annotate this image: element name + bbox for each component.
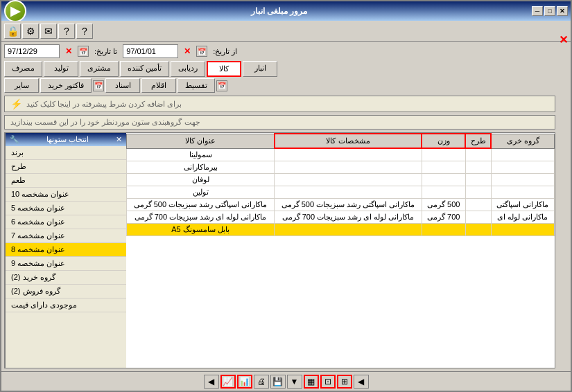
side-panel-item[interactable]: عنوان مشخصه 5 (6, 202, 126, 215)
tab-anbar[interactable]: انبار (243, 61, 277, 77)
filter-icon: ⚡ (10, 98, 22, 109)
status-btn-prev[interactable]: ◀ (354, 375, 369, 389)
filter-bar[interactable]: برای اضافه کردن شرط پیشرفته در اینجا کلی… (4, 96, 555, 112)
col-name: عنوان کالا (127, 134, 275, 148)
side-panel-item[interactable]: گروه فروش (2) (6, 285, 126, 299)
side-panel-item[interactable]: عنوان مشخصه 7 (6, 229, 126, 243)
col-weight: وزن (422, 134, 465, 148)
side-panel-item[interactable]: برند (6, 146, 126, 160)
table-row[interactable]: بابل سامسونگ A5 (127, 223, 555, 235)
tab-aqlam[interactable]: اقلام (141, 78, 176, 93)
status-btn-print[interactable]: 🖨 (254, 375, 269, 389)
date-row: از تاریخ: 📅 ✕ 97/01/01 تا تاریخ: 📅 ✕ 97/… (4, 44, 555, 58)
tab-sayer[interactable]: سایر (4, 78, 39, 93)
to-date-label: تا تاریخ: (94, 47, 117, 56)
from-date-value: 97/01/01 (126, 47, 156, 55)
tab-moshtari[interactable]: مشتری (80, 61, 119, 77)
tab-radyabi[interactable]: ردیابی (171, 61, 205, 77)
table-row[interactable]: ماکارانی لوله ای700 گرمیماکارانی لوله ای… (127, 211, 555, 223)
tab-asnad[interactable]: اسناد (105, 78, 140, 93)
side-panel-item[interactable]: گروه خرید (2) (6, 271, 126, 285)
side-panel-list: برندطرحطعمعنوان مشخصه 10عنوان مشخصه 5عنو… (6, 146, 126, 368)
status-btn-next[interactable]: ◀ (204, 375, 219, 389)
data-table: گروه خری طرح وزن مشخصات کالا عنوان کالا … (126, 133, 555, 236)
tab-faktur[interactable]: فاکتور خرید (40, 78, 92, 93)
table-row[interactable]: سمولینا (127, 148, 555, 161)
window-title: مرور مبلغی انبار (26, 6, 532, 16)
status-bar: ◀ ⊞ ⊡ ▦ ▼ 💾 🖨 📊 📈 ◀ (1, 371, 571, 391)
sort-area: جهت گروهبندی ستون موردنظر خود را در این … (4, 115, 555, 130)
col-design: طرح (465, 134, 491, 148)
tabs-row-2: سایر 📅 فاکتور خرید اسناد اقلام 📅 تقسیط (4, 78, 555, 93)
side-panel-title: انتخاب ستونها (46, 135, 89, 144)
toolbar: ? ? ✉ ⚙ 🔒 (1, 21, 571, 42)
from-date-field[interactable]: 97/01/01 (123, 44, 178, 58)
maximize-button[interactable]: □ (544, 6, 555, 16)
side-panel-item[interactable]: موجودی دارای قیمت (6, 299, 126, 312)
tab-tamin[interactable]: تأمین کننده (120, 61, 169, 77)
main-area: گروه خری طرح وزن مشخصات کالا عنوان کالا … (4, 132, 555, 368)
col-group: گروه خری (491, 134, 554, 148)
side-panel: ✕ انتخاب ستونها 🔧 برندطرحطعمعنوان مشخصه … (5, 133, 126, 368)
status-btn-export[interactable]: 📊 (237, 375, 252, 389)
title-bar: ✕ □ ─ مرور مبلغی انبار ▶ (1, 1, 571, 21)
taqsit-icon[interactable]: 📅 (216, 80, 227, 91)
table-row[interactable]: بیرماکارانی (127, 161, 555, 173)
tab-masraf[interactable]: مصرف (4, 61, 42, 77)
from-date-label: از تاریخ: (213, 47, 237, 56)
to-date-field[interactable]: 97/12/29 (4, 44, 60, 58)
status-btn-save[interactable]: 💾 (270, 375, 286, 389)
toolbar-btn-5[interactable]: 🔒 (4, 24, 21, 39)
to-date-clear-btn[interactable]: ✕ (65, 46, 72, 56)
table-row[interactable]: ماکارانی اسپاگتی500 گرمیماکارانی اسپاگتی… (127, 198, 555, 211)
table-row[interactable]: تولین (127, 186, 555, 198)
status-btn-grid1[interactable]: ⊞ (337, 375, 352, 389)
table-container: گروه خری طرح وزن مشخصات کالا عنوان کالا … (126, 133, 555, 368)
side-panel-item[interactable]: عنوان مشخصه 10 (6, 188, 126, 202)
side-panel-item[interactable]: عنوان مشخصه 6 (6, 215, 126, 229)
faktur-icon[interactable]: 📅 (93, 80, 104, 91)
side-panel-header: ✕ انتخاب ستونها 🔧 (6, 133, 126, 146)
from-date-clear-btn[interactable]: ✕ (184, 46, 191, 56)
tab-tolid[interactable]: تولید (44, 61, 78, 77)
sort-hint-text: جهت گروهبندی ستون موردنظر خود را در این … (10, 118, 200, 127)
main-window: ✕ □ ─ مرور مبلغی انبار ▶ ? ? ✉ ⚙ 🔒 ✕ از … (0, 0, 572, 392)
to-date-value: 97/12/29 (8, 47, 37, 55)
to-date-calendar-icon[interactable]: 📅 (78, 46, 89, 57)
tabs-row-1: مصرف تولید مشتری تأمین کننده ردیابی کالا… (4, 61, 555, 77)
side-panel-close-btn[interactable]: ✕ (116, 135, 122, 144)
toolbar-btn-4[interactable]: ⚙ (22, 24, 39, 39)
col-specs: مشخصات کالا (275, 134, 422, 148)
minimize-button[interactable]: ─ (532, 6, 543, 16)
status-dropdown[interactable]: ▼ (287, 375, 302, 389)
title-bar-controls: ✕ □ ─ (532, 6, 568, 16)
status-btn-chart[interactable]: 📈 (220, 375, 236, 389)
toolbar-btn-2[interactable]: ? (58, 24, 75, 39)
status-btn-grid2[interactable]: ⊡ (320, 375, 336, 389)
tab-taqsit[interactable]: تقسیط (177, 78, 215, 93)
side-panel-item[interactable]: طرح (6, 160, 126, 174)
app-logo: ▶ (4, 0, 26, 22)
toolbar-btn-1[interactable]: ? (76, 24, 93, 39)
tab-kala[interactable]: کالا (207, 61, 241, 77)
side-panel-item[interactable]: طعم (6, 174, 126, 188)
side-panel-item[interactable]: عنوان مشخصه 9 (6, 257, 126, 271)
from-date-calendar-icon[interactable]: 📅 (196, 46, 207, 57)
side-panel-icon: 🔧 (10, 135, 19, 144)
content-area: از تاریخ: 📅 ✕ 97/01/01 تا تاریخ: 📅 ✕ 97/… (1, 42, 571, 371)
status-btn-grid3[interactable]: ▦ (304, 375, 319, 389)
toolbar-btn-3[interactable]: ✉ (40, 24, 57, 39)
table-row[interactable]: لوفان (127, 173, 555, 186)
filter-hint-text: برای اضافه کردن شرط پیشرفته در اینجا کلی… (26, 100, 182, 109)
float-close-button[interactable]: ✕ (559, 33, 568, 46)
side-panel-item[interactable]: عنوان مشخصه 8 (6, 243, 126, 257)
close-button[interactable]: ✕ (557, 6, 568, 16)
